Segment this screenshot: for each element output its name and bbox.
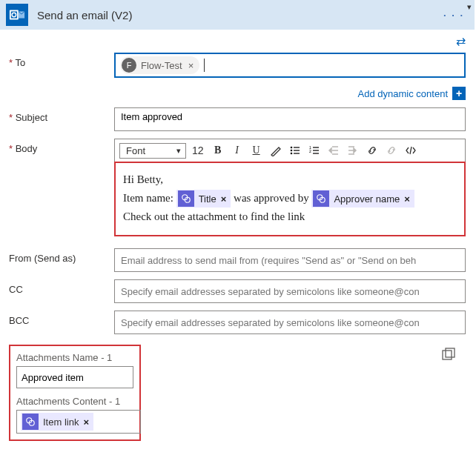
chip-label: Flow-Test: [141, 60, 182, 71]
body-content[interactable]: Hi Betty, Item name: Title × was approve…: [114, 162, 466, 236]
body-line-3: Check out the attachment to find the lin…: [123, 208, 457, 226]
attachment-content-label: Attachments Content - 1: [16, 396, 133, 407]
attachment-name-input[interactable]: [16, 366, 133, 388]
avatar: F: [122, 58, 136, 73]
token-remove-icon[interactable]: ×: [83, 416, 89, 428]
sharepoint-token-icon: [313, 190, 329, 207]
editor-toolbar: Font 12▾ B I U 12: [115, 139, 465, 162]
dynamic-token-item-link[interactable]: Item link ×: [21, 413, 93, 431]
font-select[interactable]: Font: [119, 143, 186, 159]
to-recipient-chip[interactable]: F Flow-Test ×: [120, 56, 199, 74]
bullet-list-button[interactable]: [287, 142, 303, 159]
subject-label: Subject: [9, 112, 47, 123]
bcc-input[interactable]: [114, 311, 466, 334]
svg-rect-13: [446, 348, 454, 357]
indent-button: [345, 142, 361, 159]
sharepoint-token-icon: [178, 190, 194, 207]
to-label: To: [9, 57, 25, 68]
number-list-button[interactable]: 12: [306, 142, 323, 159]
add-dynamic-content-icon[interactable]: +: [452, 87, 466, 100]
italic-button[interactable]: I: [229, 142, 245, 159]
swap-connection-icon[interactable]: ⇄: [456, 35, 466, 47]
svg-point-3: [290, 147, 292, 149]
font-size-select[interactable]: 12▾: [189, 143, 207, 158]
dynamic-token-approver[interactable]: Approver name ×: [311, 190, 414, 208]
text-cursor: [204, 59, 205, 72]
action-title: Send an email (V2): [37, 9, 132, 21]
highlight-color-button[interactable]: [268, 142, 284, 159]
subject-text[interactable]: [121, 111, 459, 122]
bold-button[interactable]: B: [210, 142, 226, 159]
token-remove-icon[interactable]: ×: [221, 191, 227, 207]
token-remove-icon[interactable]: ×: [404, 191, 410, 207]
body-label: Body: [9, 143, 37, 154]
from-label: From (Send as): [9, 248, 114, 264]
switch-to-array-icon[interactable]: [442, 348, 455, 363]
link-button[interactable]: [364, 142, 380, 159]
svg-point-5: [290, 153, 292, 155]
outdent-button: [325, 142, 342, 159]
dynamic-token-title[interactable]: Title ×: [176, 190, 231, 208]
body-line-2: Item name: Title × was approved by Appro…: [123, 189, 457, 208]
from-input[interactable]: [114, 248, 466, 272]
svg-text:2: 2: [309, 149, 311, 153]
attachment-content-input[interactable]: Item link ×: [16, 410, 141, 434]
to-input[interactable]: F Flow-Test ×: [114, 53, 466, 78]
underline-button[interactable]: U: [248, 142, 265, 159]
attachments-section: Attachments Name - 1 Attachments Content…: [9, 345, 141, 441]
rich-text-editor: Font 12▾ B I U 12: [114, 139, 466, 236]
code-view-button[interactable]: [403, 142, 419, 159]
outlook-icon: [6, 4, 28, 26]
svg-point-4: [290, 150, 292, 152]
action-header: Send an email (V2) · · ·: [0, 0, 475, 30]
unlink-button: [383, 142, 400, 159]
overflow-menu-icon[interactable]: · · ·: [439, 7, 469, 24]
body-line-1: Hi Betty,: [123, 170, 457, 189]
attachment-name-label: Attachments Name - 1: [16, 352, 133, 363]
cc-input[interactable]: [114, 279, 466, 303]
add-dynamic-content-link[interactable]: Add dynamic content: [358, 88, 448, 99]
svg-rect-12: [443, 351, 452, 359]
sharepoint-token-icon: [22, 414, 39, 430]
cc-label: CC: [9, 279, 114, 295]
subject-input[interactable]: [114, 107, 466, 131]
bcc-label: BCC: [9, 311, 114, 326]
chip-remove-icon[interactable]: ×: [187, 60, 196, 71]
